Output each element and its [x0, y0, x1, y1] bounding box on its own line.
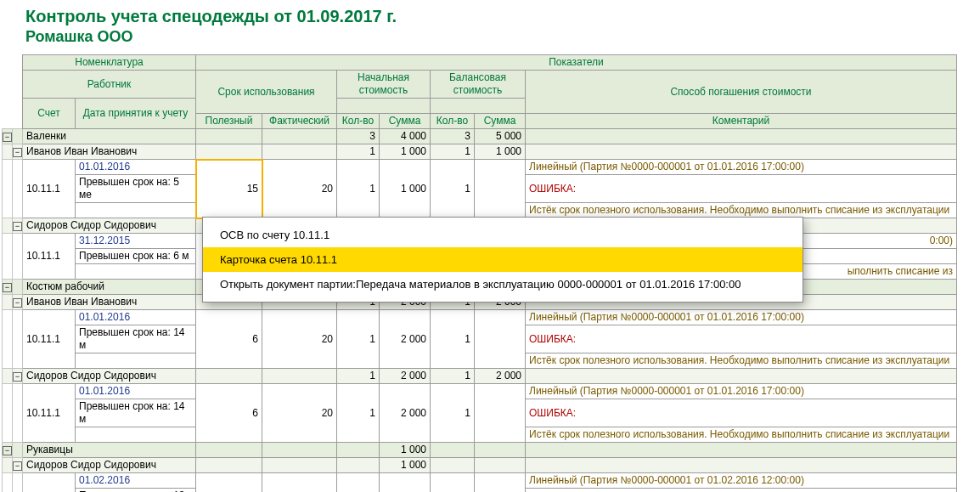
method-cell: Линейный (Партия №0000-000001 от 01.01.2…	[526, 310, 957, 325]
status-label: ОШИБКА:	[526, 325, 957, 353]
hdr-nomenclature: Номенклатура	[23, 55, 196, 71]
hdr-sum1: Сумма	[380, 114, 431, 129]
hdr-repay: Способ погашения стоимости	[526, 71, 957, 114]
hdr-sum2: Сумма	[475, 114, 526, 129]
item-row[interactable]: −Рукавицы1 000	[3, 443, 957, 458]
status-label: ПРЕДУПРЕЖДЕНИЕ:	[526, 489, 957, 493]
tree-toggle[interactable]: −	[13, 144, 23, 160]
error-text: Истёк срок полезного использования. Необ…	[526, 203, 957, 218]
page-title: Контроль учета спецодежды от 01.09.2017 …	[25, 7, 980, 26]
method-cell: Линейный (Партия №0000-000001 от 01.01.2…	[526, 160, 957, 175]
tree-toggle[interactable]: −	[3, 443, 13, 458]
hdr-qty1: Кол-во	[337, 114, 380, 129]
tree-toggle[interactable]: −	[13, 369, 23, 384]
method-cell: Линейный (Партия №0000-000001 от 01.02.2…	[526, 473, 957, 489]
hdr-indicators: Показатели	[196, 55, 957, 71]
status-label: ОШИБКА:	[526, 175, 957, 203]
detail-row[interactable]: 10.11.101.01.201662012 0001Линейный (Пар…	[3, 384, 957, 399]
tree-toggle[interactable]: −	[3, 129, 13, 144]
item-row[interactable]: −Валенки34 00035 000	[3, 129, 957, 144]
menu-item-open-doc[interactable]: Открыть документ партии:Передача материа…	[203, 272, 803, 297]
hdr-worker: Работник	[23, 71, 196, 99]
hdr-qty2: Кол-во	[431, 114, 475, 129]
worker-row[interactable]: −Иванов Иван Иванович11 00011 000	[3, 144, 957, 160]
context-menu: ОСВ по счету 10.11.1 Карточка счета 10.1…	[202, 217, 803, 303]
tree-toggle[interactable]: −	[13, 458, 23, 473]
error-text: Истёк срок полезного использования. Необ…	[526, 427, 957, 443]
menu-item-osv[interactable]: ОСВ по счету 10.11.1	[203, 223, 803, 247]
hdr-initial: Начальная стоимость	[337, 71, 431, 99]
tree-toggle[interactable]: −	[13, 218, 23, 234]
hdr-useful: Полезный	[196, 114, 262, 129]
hdr-comment: Коментарий	[526, 114, 957, 129]
worker-row[interactable]: −Сидоров Сидор Сидорович12 00012 000	[3, 369, 957, 384]
tree-toggle[interactable]: −	[13, 295, 23, 310]
company-name: Ромашка ООО	[25, 28, 980, 46]
hdr-usage: Срок использования	[196, 71, 337, 114]
error-text: Истёк срок полезного использования. Необ…	[526, 353, 957, 369]
tree-toggle[interactable]: −	[3, 280, 13, 295]
detail-row[interactable]: 10.11.101.01.201662012 0001Линейный (Пар…	[3, 310, 957, 325]
hdr-accept-date: Дата принятия к учету	[76, 99, 196, 129]
worker-row[interactable]: −Сидоров Сидор Сидорович1 000	[3, 458, 957, 473]
hdr-balance: Балансовая стоимость	[431, 71, 526, 99]
hdr-actual: Фактический	[262, 114, 337, 129]
detail-row[interactable]: 10.11.101.01.2016152011 0001Линейный (Па…	[3, 160, 957, 175]
detail-row[interactable]: МЦ.0201.02.2016191 000Линейный (Партия №…	[3, 473, 957, 489]
status-label: ОШИБКА:	[526, 399, 957, 427]
method-cell: Линейный (Партия №0000-000001 от 01.01.2…	[526, 384, 957, 399]
menu-item-card[interactable]: Карточка счета 10.11.1	[203, 247, 803, 272]
hdr-account: Счет	[23, 99, 76, 129]
